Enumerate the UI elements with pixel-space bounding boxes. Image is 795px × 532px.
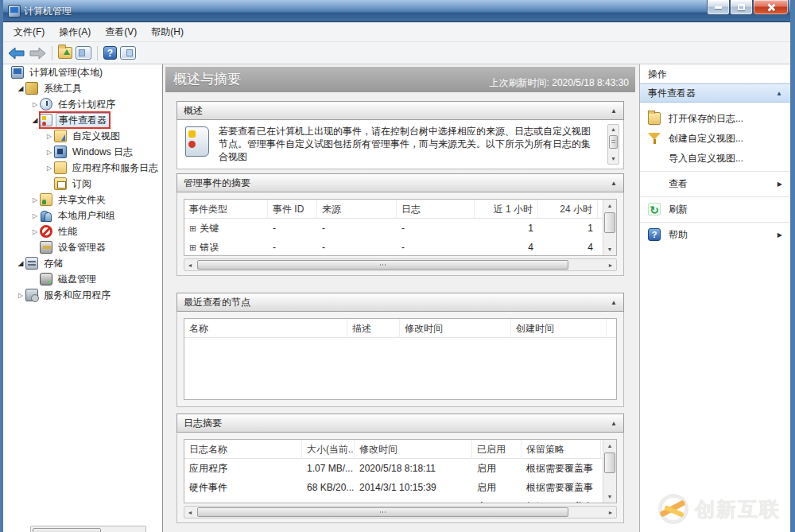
expander-collapsed-icon[interactable]: ▷	[30, 101, 40, 108]
log-summary-horizontal-scrollbar[interactable]: ◄ ►	[184, 506, 617, 518]
collapse-icon[interactable]: ▲	[611, 102, 617, 121]
minimize-button[interactable]	[707, 0, 730, 15]
scroll-right-icon[interactable]: ►	[605, 507, 616, 518]
help-toolbar-icon[interactable]: ?	[103, 46, 117, 60]
tree-item-app-services-logs[interactable]: ▷ 应用程序和服务日志	[3, 160, 162, 176]
tree-item-task-scheduler[interactable]: ▷ 任务计划程序	[3, 96, 162, 112]
forward-icon[interactable]	[29, 47, 46, 60]
section-header-recent-nodes[interactable]: 最近查看的节点 ▲	[176, 293, 624, 312]
col-modified[interactable]: 修改时间	[400, 319, 511, 338]
close-button[interactable]	[753, 0, 789, 15]
show-console-tree-icon[interactable]	[76, 46, 91, 60]
scroll-down-icon[interactable]: ▼	[603, 243, 616, 255]
scrollbar-thumb[interactable]	[604, 452, 615, 473]
section-header-admin-events[interactable]: 管理事件的摘要 ▲	[176, 173, 624, 192]
col-modified[interactable]: 修改时间	[355, 440, 472, 459]
scrollbar-thumb[interactable]	[609, 135, 618, 149]
tree-item-disk-management[interactable]: 磁盘管理	[3, 271, 162, 287]
section-body-log-summary: 日志名称 大小(当前... 修改时间 已启用 保留策略 应用程序 1.07 MB…	[176, 433, 624, 523]
scroll-up-icon[interactable]: ▲	[603, 440, 616, 452]
section-header-log-summary[interactable]: 日志摘要 ▲	[176, 414, 624, 433]
action-help[interactable]: ? 帮助 ▶	[640, 225, 790, 245]
log-summary-vertical-scrollbar[interactable]: ▲ ▼	[603, 440, 616, 503]
col-log-name[interactable]: 日志名称	[184, 440, 302, 459]
expander-collapsed-icon[interactable]: ▷	[45, 133, 54, 140]
col-size[interactable]: 大小(当前...	[302, 440, 355, 459]
scrollbar-thumb[interactable]	[197, 260, 568, 270]
expander-collapsed-icon[interactable]: ▷	[45, 149, 54, 156]
tree-item-local-users-groups[interactable]: ▷ 本地用户和组	[3, 208, 162, 223]
col-event-id[interactable]: 事件 ID	[268, 200, 317, 219]
admin-events-vertical-scrollbar[interactable]: ▲ ▼	[603, 200, 616, 255]
col-24-hours[interactable]: 24 小时	[538, 200, 598, 219]
collapse-icon[interactable]: ▲	[611, 174, 617, 193]
tree-item-custom-views[interactable]: ▷ 自定义视图	[3, 128, 162, 144]
col-log[interactable]: 日志	[397, 200, 475, 219]
scroll-left-icon[interactable]: ◄	[184, 259, 196, 270]
expand-row-icon[interactable]: ⊞	[189, 243, 196, 252]
expander-collapsed-icon[interactable]: ▷	[16, 292, 25, 299]
scroll-down-icon[interactable]: ▼	[603, 491, 616, 503]
collapse-icon[interactable]: ▲	[611, 293, 617, 313]
table-row[interactable]: ⊞错误 - - - 4 4	[184, 238, 616, 256]
tree-item-computer-management[interactable]: 计算机管理(本地)	[3, 64, 162, 80]
export-list-icon[interactable]	[58, 47, 72, 59]
action-open-saved-log[interactable]: 打开保存的日志...	[640, 109, 790, 129]
table-row[interactable]: 应用程序 1.07 MB/... 2020/5/18 8:18:11 启用 根据…	[184, 459, 616, 478]
tree-item-windows-logs[interactable]: ▷ Windows 日志	[3, 144, 162, 160]
col-event-type[interactable]: 事件类型	[184, 200, 268, 219]
collapse-icon[interactable]: ▲	[611, 414, 617, 433]
scroll-up-icon[interactable]: ▲	[603, 200, 616, 212]
expander-collapsed-icon[interactable]: ▷	[30, 212, 40, 219]
table-row[interactable]: 硬件事件 68 KB/20... 2014/3/1 10:15:39 启用 根据…	[184, 478, 616, 497]
expander-expanded-icon[interactable]: ◢	[30, 116, 40, 124]
col-retention[interactable]: 保留策略	[522, 440, 601, 459]
scrollbar-thumb[interactable]	[604, 212, 615, 233]
actions-group-event-viewer[interactable]: 事件查看器 ▲	[640, 83, 790, 103]
table-row[interactable]: Internet Explorer 68 KB/1... 2014/3/1 10…	[184, 497, 616, 503]
action-import-custom-view[interactable]: 导入自定义视图...	[640, 149, 790, 169]
action-view[interactable]: 查看 ▶	[640, 174, 790, 194]
tree-item-shared-folders[interactable]: ▷ 共享文件夹	[3, 192, 162, 208]
tree-item-system-tools[interactable]: ◢ 系统工具	[3, 80, 162, 96]
col-enabled[interactable]: 已启用	[472, 440, 522, 459]
tree-item-services-applications[interactable]: ▷ 服务和应用程序	[3, 287, 162, 303]
expander-collapsed-icon[interactable]: ▷	[30, 228, 40, 235]
menu-action[interactable]: 操作(A)	[52, 23, 98, 41]
col-description[interactable]: 描述	[347, 319, 400, 338]
col-source[interactable]: 来源	[317, 200, 397, 219]
col-created[interactable]: 创建时间	[511, 319, 607, 338]
expander-expanded-icon[interactable]: ◢	[16, 84, 25, 92]
expander-expanded-icon[interactable]: ◢	[16, 259, 25, 267]
col-name[interactable]: 名称	[184, 319, 347, 338]
show-action-pane-icon[interactable]	[120, 46, 136, 60]
scrollbar-thumb[interactable]	[197, 507, 568, 517]
menu-help[interactable]: 帮助(H)	[144, 23, 191, 41]
table-row[interactable]: ⊞关键 - - - 1 1	[184, 219, 616, 238]
menu-view[interactable]: 查看(V)	[98, 23, 144, 41]
tree-horizontal-scrollbar[interactable]	[30, 526, 146, 532]
scrollbar-thumb[interactable]	[33, 528, 101, 532]
maximize-button[interactable]	[730, 0, 753, 15]
expander-collapsed-icon[interactable]: ▷	[45, 165, 54, 172]
tree-item-device-manager[interactable]: 设备管理器	[3, 239, 162, 255]
admin-events-horizontal-scrollbar[interactable]: ◄ ►	[184, 258, 617, 271]
tree-item-storage[interactable]: ◢ 存储	[3, 255, 162, 271]
scroll-right-icon[interactable]: ►	[605, 259, 616, 270]
tree-item-performance[interactable]: ▷ 性能	[3, 223, 162, 239]
col-last-hour[interactable]: 近 1 小时	[475, 200, 538, 219]
menu-file[interactable]: 文件(F)	[6, 23, 52, 41]
expander-collapsed-icon[interactable]: ▷	[30, 196, 40, 204]
scroll-left-icon[interactable]: ◄	[184, 507, 196, 518]
scroll-down-icon[interactable]: ▼	[608, 154, 619, 164]
section-header-overview[interactable]: 概述 ▲	[176, 101, 624, 120]
scroll-up-icon[interactable]: ▲	[608, 125, 619, 134]
action-create-custom-view[interactable]: 创建自定义视图...	[640, 129, 790, 149]
tree-item-event-viewer[interactable]: ◢ 事件查看器	[3, 112, 162, 128]
expand-row-icon[interactable]: ⊞	[189, 223, 196, 233]
action-refresh[interactable]: ↻ 刷新	[640, 200, 790, 219]
tree-item-subscriptions[interactable]: 订阅	[3, 176, 162, 192]
back-icon[interactable]	[8, 47, 25, 60]
collapse-icon[interactable]: ▲	[776, 84, 782, 103]
overview-vertical-scrollbar[interactable]: ▲ ▼	[607, 124, 619, 165]
